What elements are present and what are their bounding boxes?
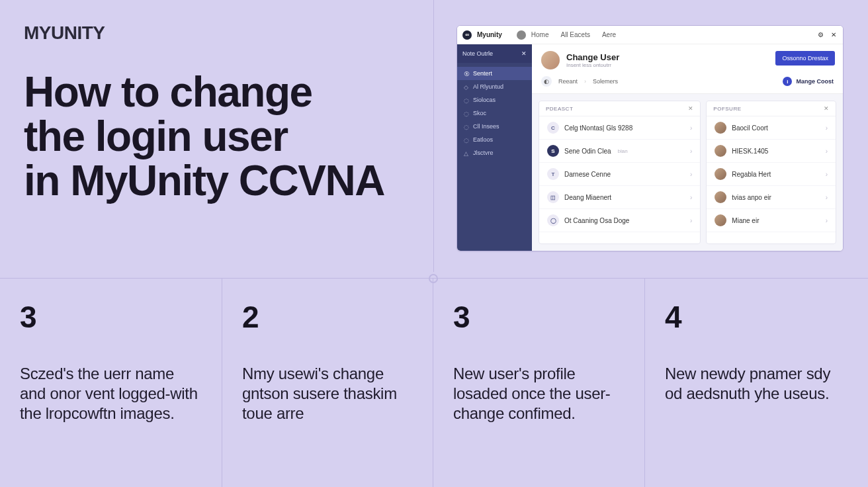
sidebar-item-1[interactable]: ◇Al Rlyuntud: [457, 80, 532, 93]
item-icon: ◫: [547, 191, 559, 203]
step-number: 2: [242, 302, 413, 332]
sidebar-item-3[interactable]: ◌Skoc: [457, 107, 532, 120]
item-label: Baocil Coort: [732, 124, 767, 132]
list-item[interactable]: tvias anpo eir›: [707, 186, 836, 209]
sidebar: Note Outrle ✕ ⦿Sentert ◇Al Rlyuntud ◌Sio…: [457, 44, 532, 251]
step-1: 3 Sczed's the uerr name and onor vent lo…: [0, 278, 222, 487]
sidebar-item-label: Jlsctvre: [473, 150, 494, 156]
app-title: Myunity: [477, 31, 502, 38]
right-panel-title: Pofsure: [713, 106, 741, 112]
list-item[interactable]: HIESK.1405›: [707, 140, 836, 163]
step-text: New user's profile losaded once the user…: [453, 364, 625, 423]
headline-line-3: in MyUnity CCVNA: [24, 159, 421, 203]
titlebar: ∞ Myunity Home All Eacets Aere ⚙ ✕: [457, 26, 843, 44]
list-item[interactable]: Miane eir›: [707, 209, 836, 232]
avatar-icon: [715, 122, 726, 134]
app-icon: ∞: [462, 30, 472, 40]
sidebar-item-5[interactable]: ◌Eatloos: [457, 133, 532, 146]
list-item[interactable]: TDarnese Cenne›: [539, 163, 700, 186]
list-item[interactable]: ◫Deang Miaenert›: [539, 186, 700, 209]
chevron-right-icon: ›: [826, 148, 828, 155]
item-label: Sene Odin Clea: [564, 148, 611, 155]
panels: Pdeasct ✕ CCelg tNontas| Gls 9288› SSene…: [532, 94, 843, 251]
left-panel-header: Pdeasct ✕: [539, 101, 700, 116]
chevron-right-icon: ›: [690, 148, 692, 155]
item-label: Miane eir: [732, 217, 759, 224]
main-area: Change User Insent less ontoutrr Ossonno…: [532, 44, 843, 251]
list-item[interactable]: Regabla Hert›: [707, 163, 836, 186]
logo: MYUNITY: [24, 22, 421, 44]
chevron-right-icon: ›: [826, 194, 828, 201]
item-label: Darnese Cenne: [564, 171, 611, 178]
manage-link[interactable]: i Mange Coost: [783, 77, 834, 86]
sidebar-item-0[interactable]: ⦿Sentert: [457, 67, 532, 80]
item-label: HIESK.1405: [732, 148, 768, 155]
dot-icon: ◌: [464, 111, 469, 116]
sidebar-item-6[interactable]: △Jlsctvre: [457, 146, 532, 159]
tab-recent[interactable]: Reeant: [558, 78, 578, 85]
item-sublabel: blan: [618, 148, 628, 154]
crumb-aere[interactable]: Aere: [602, 31, 616, 38]
sidebar-item-4[interactable]: ◌Cll Insees: [457, 120, 532, 133]
list-item[interactable]: Baocil Coort›: [707, 116, 836, 140]
sidebar-item-label: Al Rlyuntud: [473, 83, 503, 90]
chevron-right-icon: ›: [826, 217, 828, 224]
sidebar-item-label: Sentert: [473, 70, 492, 77]
sidebar-item-label: Skoc: [473, 110, 486, 116]
close-icon[interactable]: ✕: [688, 105, 694, 112]
sidebar-item-2[interactable]: ◌Siolocas: [457, 93, 532, 107]
item-label: Deang Miaenert: [564, 194, 611, 201]
list-item[interactable]: SSene Odin Cleablan›: [539, 140, 700, 163]
left-panel-list: CCelg tNontas| Gls 9288› SSene Odin Clea…: [539, 116, 700, 244]
chevron-right-icon: ›: [826, 124, 828, 132]
headline: How to change the login user in MyUnity …: [24, 70, 421, 204]
close-icon[interactable]: ✕: [830, 31, 838, 39]
manage-icon: i: [783, 77, 792, 86]
main-header: Change User Insent less ontoutrr Ossonno…: [532, 44, 843, 76]
dot-icon: ◌: [464, 137, 469, 142]
sidebar-item-label: Cll Insees: [473, 123, 499, 130]
sidebar-item-label: Eatloos: [473, 136, 493, 143]
sidebar-title: Note Outrle: [462, 50, 493, 57]
step-number: 3: [453, 302, 625, 332]
item-icon: C: [547, 122, 559, 134]
steps-grid: 3 Sczed's the uerr name and onor vent lo…: [0, 278, 868, 487]
sidebar-close-icon[interactable]: ✕: [521, 50, 527, 57]
item-label: Ot Caaning Osa Doge: [564, 217, 629, 224]
dot-icon: ◌: [464, 97, 469, 103]
dot-icon: ◌: [464, 124, 469, 129]
main-title: Change User: [566, 52, 619, 62]
close-icon[interactable]: ✕: [824, 105, 830, 112]
chevron-right-icon: ›: [690, 194, 692, 201]
crumb-home[interactable]: Home: [531, 31, 549, 38]
app-window: ∞ Myunity Home All Eacets Aere ⚙ ✕ Note …: [456, 25, 844, 251]
list-item[interactable]: CCelg tNontas| Gls 9288›: [539, 116, 700, 140]
primary-action-button[interactable]: Ossonno Drestax: [775, 51, 835, 66]
vertical-divider: [433, 0, 434, 278]
avatar-icon: [715, 168, 726, 180]
avatar-icon: [715, 191, 726, 203]
settings-icon[interactable]: ⚙: [816, 31, 824, 39]
crumb-all[interactable]: All Eacets: [560, 31, 589, 38]
item-label: tvias anpo eir: [732, 194, 771, 201]
app-body: Note Outrle ✕ ⦿Sentert ◇Al Rlyuntud ◌Sio…: [457, 44, 843, 251]
left-panel-title: Pdeasct: [546, 106, 573, 112]
manage-label: Mange Coost: [796, 78, 834, 85]
avatar-icon: [715, 145, 726, 157]
sidebar-header: Note Outrle ✕: [457, 44, 532, 63]
chevron-right-icon: ›: [826, 171, 828, 178]
tabs-row: ◐ Reeant › Solemers i Mange Coost: [532, 76, 843, 94]
list-item[interactable]: ◯Ot Caaning Osa Doge›: [539, 209, 700, 232]
left-panel: Pdeasct ✕ CCelg tNontas| Gls 9288› SSene…: [539, 101, 701, 244]
chevron-right-icon: ›: [690, 124, 692, 132]
step-number: 3: [20, 302, 202, 332]
tab-solemers[interactable]: Solemers: [593, 78, 618, 85]
step-4: 4 New newdy pnamer sdy od aedsnuth yhe u…: [645, 278, 868, 487]
right-panel-list: Baocil Coort› HIESK.1405› Regabla Hert› …: [707, 116, 836, 244]
item-icon: ◯: [547, 214, 559, 226]
tab-chip-icon: ◐: [541, 76, 552, 87]
chevron-right-icon: ›: [690, 217, 692, 224]
item-label: Regabla Hert: [732, 171, 771, 178]
step-text: New newdy pnamer sdy od aedsnuth yhe use…: [665, 364, 848, 404]
avatar[interactable]: [541, 51, 560, 69]
